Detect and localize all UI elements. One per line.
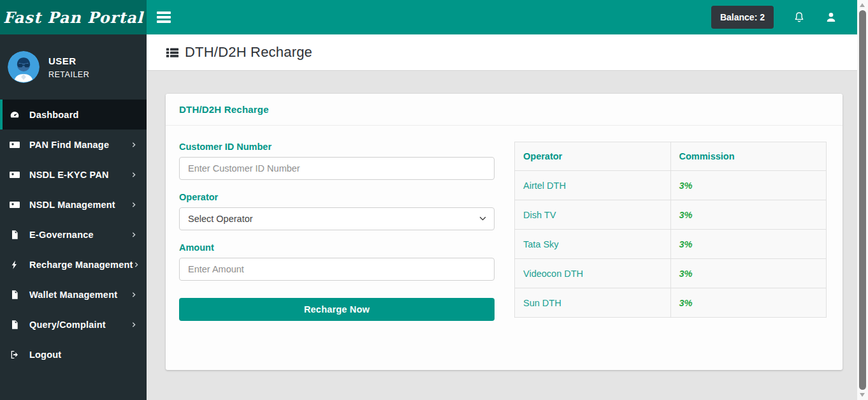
operator-name-cell: Airtel DTH [515, 171, 671, 200]
commission-row: Tata Sky3% [515, 230, 827, 259]
user-profile-panel: USER RETAILER [0, 34, 147, 100]
profile-role: RETAILER [48, 70, 89, 79]
sidebar-menu: DashboardPAN Find ManageNSDL E-KYC PANNS… [0, 100, 147, 369]
user-avatar [8, 51, 40, 83]
sidebar-item-label: Wallet Management [29, 290, 117, 300]
sidebar: USER RETAILER DashboardPAN Find ManageNS… [0, 34, 147, 400]
sidebar-item-label: Recharge Management [29, 260, 133, 270]
sidebar-item-dashboard[interactable]: Dashboard [0, 100, 147, 130]
id-card-icon [10, 170, 21, 180]
sign-out-icon [10, 350, 21, 360]
operator-name-cell: Dish TV [515, 200, 671, 230]
vertical-scrollbar[interactable] [857, 0, 868, 400]
operator-label: Operator [179, 192, 495, 203]
amount-input[interactable] [179, 258, 495, 281]
commission-value-cell: 3% [670, 230, 827, 259]
sidebar-item-logout[interactable]: Logout [0, 339, 147, 369]
sidebar-item-label: Logout [29, 350, 61, 360]
main-content: DTH/D2H Recharge DTH/D2H Recharge Custom… [147, 34, 868, 400]
app-root: Fast Pan Portal Balance: 2 [0, 0, 868, 400]
sidebar-item-pan-find-manage[interactable]: PAN Find Manage [0, 130, 147, 159]
customer-id-label: Customer ID Number [179, 142, 495, 152]
navbar-right-controls: Balance: 2 [711, 0, 837, 34]
sidebar-item-nsdl-e-kyc-pan[interactable]: NSDL E-KYC PAN [0, 159, 147, 189]
chevron-right-icon [131, 142, 137, 148]
dashboard-icon [10, 110, 21, 120]
commission-row: Sun DTH3% [515, 288, 827, 318]
brand-logo[interactable]: Fast Pan Portal [0, 0, 147, 34]
operator-column-header: Operator [515, 142, 671, 171]
profile-name: USER [48, 56, 89, 66]
operator-select[interactable]: Select Operator [179, 207, 495, 230]
commission-value-cell: 3% [670, 259, 827, 288]
file-icon [10, 320, 21, 330]
operator-name-cell: Tata Sky [515, 230, 671, 259]
amount-label: Amount [179, 242, 495, 253]
sidebar-item-label: NSDL E-KYC PAN [29, 170, 109, 180]
list-icon [166, 46, 179, 59]
profile-text: USER RETAILER [48, 56, 89, 79]
commission-row: Videocon DTH3% [515, 259, 827, 288]
id-card-icon [10, 200, 21, 210]
sidebar-item-label: E-Governance [29, 230, 94, 240]
scrollbar-down-arrow-icon[interactable] [860, 393, 865, 397]
card-body: Customer ID Number Operator Select Opera… [166, 126, 843, 336]
chevron-right-icon [131, 172, 137, 178]
balance-badge[interactable]: Balance: 2 [711, 6, 774, 29]
sidebar-item-label: PAN Find Manage [29, 140, 109, 150]
chevron-right-icon [131, 202, 137, 208]
commission-column-header: Commission [670, 142, 827, 171]
sidebar-item-label: Query/Complaint [29, 320, 106, 330]
sidebar-item-recharge-management[interactable]: Recharge Management [0, 249, 147, 279]
user-account-icon[interactable] [825, 11, 837, 24]
operator-group: Operator Select Operator [179, 192, 495, 230]
notifications-bell-icon[interactable] [793, 11, 806, 24]
file-icon [10, 290, 21, 300]
menu-toggle-icon[interactable] [157, 11, 171, 23]
chevron-right-icon [131, 232, 137, 238]
operator-name-cell: Videocon DTH [515, 259, 671, 288]
sidebar-item-label: Dashboard [29, 110, 79, 120]
page-header: DTH/D2H Recharge [147, 34, 868, 71]
commission-table-container: OperatorCommission Airtel DTH3%Dish TV3%… [514, 142, 827, 321]
sidebar-item-e-governance[interactable]: E-Governance [0, 219, 147, 249]
sidebar-item-label: NSDL Management [29, 200, 115, 210]
scrollbar-thumb[interactable] [859, 10, 866, 390]
commission-value-cell: 3% [670, 200, 827, 230]
operator-name-cell: Sun DTH [515, 288, 671, 318]
chevron-right-icon [131, 292, 137, 298]
file-icon [10, 230, 21, 240]
commission-value-cell: 3% [670, 171, 827, 200]
sidebar-item-nsdl-management[interactable]: NSDL Management [0, 189, 147, 219]
customer-id-group: Customer ID Number [179, 142, 495, 180]
recharge-form: Customer ID Number Operator Select Opera… [179, 142, 495, 321]
operator-select-wrap: Select Operator [179, 207, 495, 230]
commission-table: OperatorCommission Airtel DTH3%Dish TV3%… [514, 142, 827, 318]
chevron-right-icon [131, 322, 137, 328]
recharge-now-button[interactable]: Recharge Now [179, 298, 495, 321]
commission-row: Airtel DTH3% [515, 171, 827, 200]
amount-group: Amount [179, 242, 495, 281]
bolt-icon [10, 260, 21, 270]
chevron-right-icon [133, 262, 140, 268]
commission-value-cell: 3% [670, 288, 827, 318]
card-title: DTH/D2H Recharge [166, 94, 843, 126]
top-navbar: Fast Pan Portal Balance: 2 [0, 0, 868, 34]
customer-id-input[interactable] [179, 157, 495, 180]
sidebar-item-wallet-management[interactable]: Wallet Management [0, 279, 147, 309]
id-card-icon [10, 140, 21, 150]
scrollbar-up-arrow-icon[interactable] [860, 3, 865, 7]
recharge-card: DTH/D2H Recharge Customer ID Number Oper… [166, 94, 843, 370]
sidebar-item-query-complaint[interactable]: Query/Complaint [0, 309, 147, 339]
commission-row: Dish TV3% [515, 200, 827, 230]
page-title: DTH/D2H Recharge [185, 44, 312, 61]
